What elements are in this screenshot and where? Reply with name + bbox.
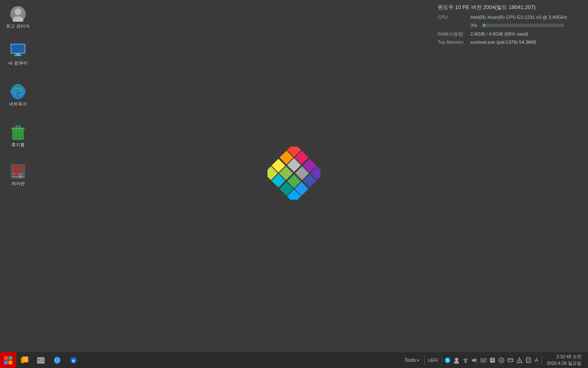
svg-rect-17 bbox=[16, 126, 20, 128]
desktop-icon-recycle[interactable]: 휴지통 bbox=[3, 123, 33, 149]
desktop-icon-control[interactable]: 제어판 bbox=[3, 162, 33, 188]
svg-point-20 bbox=[18, 166, 23, 171]
sysinfo-cpu-bar-container: Intel(R) Xeon(R) CPU E3-1231 v3 @ 3.40GH… bbox=[470, 13, 567, 21]
taskbar-explorer-button[interactable] bbox=[16, 352, 33, 368]
tray-icon1[interactable] bbox=[488, 356, 497, 364]
taskbar-right: Tools » UEFI S bbox=[401, 354, 588, 366]
taskbar-ie-button[interactable] bbox=[49, 352, 65, 368]
mycomputer-icon bbox=[10, 43, 26, 59]
tray-skype-icon[interactable]: S bbox=[443, 356, 452, 364]
svg-rect-52 bbox=[38, 361, 44, 362]
taskbar-separator-3 bbox=[541, 355, 542, 365]
mycomputer-icon-label: 내 컴퓨터 bbox=[8, 61, 27, 66]
svg-rect-72 bbox=[491, 359, 494, 359]
svg-point-1 bbox=[15, 9, 21, 15]
sysinfo-panel: 윈도우 10 PE 버전 2004(빌드 19041.207) CPU Inte… bbox=[433, 0, 588, 50]
center-logo[interactable] bbox=[267, 147, 321, 200]
taskbar: e Tools » UEFI S bbox=[0, 352, 588, 368]
svg-line-13 bbox=[14, 131, 15, 139]
taskbar-filemanager-button[interactable] bbox=[33, 352, 49, 368]
user-icon-label: 최고 관리자 bbox=[6, 24, 30, 29]
tray-icon5[interactable] bbox=[524, 356, 532, 364]
svg-rect-43 bbox=[4, 361, 8, 364]
sysinfo-cpu-name: Intel(R) Xeon(R) CPU E3-1231 v3 @ 3.40GH… bbox=[470, 13, 567, 21]
sysinfo-cpu-bar bbox=[483, 24, 564, 27]
taskbar-ie2-button[interactable]: e bbox=[65, 352, 82, 368]
tools-label: Tools bbox=[404, 357, 416, 363]
svg-rect-50 bbox=[41, 359, 44, 360]
sysinfo-topmem-value: svchost.exe (pid:1376) 54.3MiB bbox=[470, 38, 583, 46]
tools-button[interactable]: Tools » bbox=[401, 357, 423, 363]
network-icon-label: 네트워크 bbox=[9, 101, 27, 107]
svg-rect-64 bbox=[465, 361, 466, 363]
recycle-icon bbox=[10, 124, 26, 141]
tray-icon3[interactable] bbox=[506, 356, 514, 364]
tray-keyboard-icon[interactable] bbox=[479, 356, 488, 364]
svg-rect-6 bbox=[14, 55, 22, 56]
svg-rect-42 bbox=[9, 356, 12, 360]
svg-rect-69 bbox=[485, 359, 486, 360]
sysinfo-topmem-row: Top Memory svchost.exe (pid:1376) 54.3Mi… bbox=[438, 38, 583, 46]
desktop-icon-mycomputer[interactable]: 내 컴퓨터 bbox=[3, 41, 33, 67]
taskbar-separator-2 bbox=[441, 355, 442, 365]
svg-rect-51 bbox=[41, 360, 44, 361]
svg-rect-66 bbox=[481, 359, 486, 362]
svg-text:S: S bbox=[446, 358, 449, 363]
svg-point-75 bbox=[501, 359, 502, 361]
tray-network-icon[interactable] bbox=[461, 356, 470, 364]
sysinfo-ram-value: 2.8GiB / 4.0GiB (68% used) bbox=[470, 30, 583, 38]
recycle-icon-label: 휴지통 bbox=[11, 142, 25, 148]
user-avatar-icon bbox=[10, 6, 26, 22]
tray-volume-icon[interactable] bbox=[470, 356, 479, 364]
sysinfo-title: 윈도우 10 PE 버전 2004(빌드 19041.207) bbox=[438, 3, 583, 12]
svg-rect-41 bbox=[4, 356, 8, 360]
desktop: 최고 관리자 내 컴퓨터 bbox=[0, 0, 588, 352]
network-icon bbox=[10, 83, 26, 100]
sysinfo-cpu-usage-row: 3% bbox=[438, 22, 583, 29]
language-indicator[interactable]: A bbox=[533, 357, 540, 363]
clock-date: 2020.4.26 일요일 bbox=[547, 360, 581, 366]
svg-point-79 bbox=[519, 362, 520, 363]
sysinfo-cpu-row: CPU Intel(R) Xeon(R) CPU E3-1231 v3 @ 3.… bbox=[438, 13, 583, 21]
svg-point-19 bbox=[13, 166, 18, 171]
svg-text:e: e bbox=[72, 358, 75, 364]
svg-marker-65 bbox=[472, 358, 475, 363]
taskbar-separator-1 bbox=[424, 355, 425, 365]
tray-icon4[interactable] bbox=[515, 356, 523, 364]
sysinfo-ram-row: RAM사용량 2.8GiB / 4.0GiB (68% used) bbox=[438, 30, 583, 38]
svg-rect-67 bbox=[481, 359, 482, 360]
sysinfo-cpu-bar-fill bbox=[483, 24, 485, 27]
svg-rect-5 bbox=[16, 54, 20, 55]
desktop-icon-user[interactable]: 최고 관리자 bbox=[3, 4, 33, 31]
control-panel-icon bbox=[10, 163, 26, 180]
svg-point-22 bbox=[15, 172, 18, 175]
svg-rect-76 bbox=[508, 359, 513, 362]
uefi-button[interactable]: UEFI bbox=[426, 358, 440, 363]
tools-arrow: » bbox=[416, 357, 419, 363]
svg-rect-73 bbox=[491, 360, 494, 361]
sysinfo-cpu-label: CPU bbox=[438, 13, 470, 21]
svg-rect-49 bbox=[38, 359, 40, 361]
start-button[interactable] bbox=[0, 352, 16, 368]
sysinfo-ram-label: RAM사용량 bbox=[438, 30, 470, 38]
svg-line-15 bbox=[21, 131, 22, 139]
svg-rect-70 bbox=[482, 361, 485, 361]
clock-time: 2:32:49 오전 bbox=[547, 354, 581, 360]
svg-rect-46 bbox=[22, 357, 28, 362]
svg-rect-44 bbox=[9, 361, 12, 364]
svg-rect-4 bbox=[11, 45, 24, 53]
clock[interactable]: 2:32:49 오전 2020.4.26 일요일 bbox=[543, 354, 585, 366]
tray-icon2[interactable] bbox=[497, 356, 506, 364]
control-panel-icon-label: 제어판 bbox=[11, 181, 25, 186]
sysinfo-topmem-label: Top Memory bbox=[438, 38, 470, 46]
svg-point-62 bbox=[455, 358, 458, 361]
svg-point-24 bbox=[19, 175, 22, 178]
desktop-icon-network[interactable]: 네트워크 bbox=[3, 82, 33, 108]
svg-point-63 bbox=[454, 361, 459, 364]
tray-user-icon[interactable] bbox=[452, 356, 461, 364]
sysinfo-cpu-pct: 3% bbox=[470, 22, 480, 29]
svg-rect-68 bbox=[483, 359, 484, 360]
